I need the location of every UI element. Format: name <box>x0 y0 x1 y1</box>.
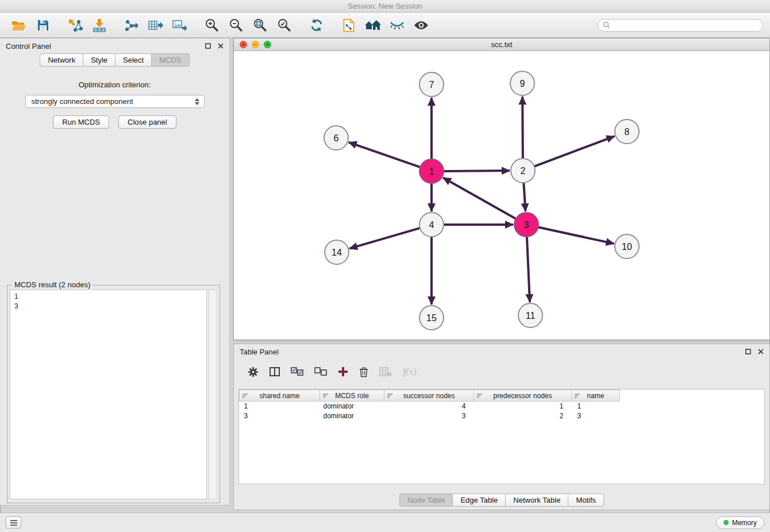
memory-button[interactable]: Memory <box>716 516 764 529</box>
table-panel: Table Panel <box>233 344 770 510</box>
node-8[interactable]: 8 <box>615 119 639 144</box>
edge-3-11[interactable] <box>527 236 530 302</box>
clone-network-button[interactable] <box>337 15 361 36</box>
criterion-dropdown-value: strongly connected component <box>32 97 133 106</box>
task-history-button[interactable] <box>6 516 21 529</box>
edge-1-2[interactable] <box>442 171 510 171</box>
network-window-titlebar[interactable]: scc.txt <box>234 38 769 51</box>
main-toolbar <box>0 13 770 38</box>
table-settings-button[interactable] <box>248 367 259 377</box>
node-2[interactable]: 2 <box>511 159 535 183</box>
first-neighbors-button[interactable] <box>361 15 385 36</box>
select-all-columns-button[interactable] <box>291 367 303 376</box>
save-icon <box>37 20 49 31</box>
edge-1-6[interactable] <box>349 142 421 168</box>
node-table-grid: shared nameMCDS rolesuccessor nodesprede… <box>239 390 620 421</box>
svg-text:14: 14 <box>332 248 342 257</box>
float-panel-icon[interactable] <box>205 43 211 49</box>
node-11[interactable]: 11 <box>518 303 542 327</box>
search-input[interactable] <box>614 21 758 29</box>
plus-icon <box>338 367 348 377</box>
export-table-button[interactable] <box>144 15 168 36</box>
mcds-result-item: 3 <box>14 302 202 311</box>
network-graph[interactable]: 1234678910111415 <box>234 51 769 340</box>
node-6[interactable]: 6 <box>324 126 348 150</box>
criterion-dropdown[interactable]: strongly connected component <box>25 95 205 108</box>
column-header-name[interactable]: name <box>572 390 620 402</box>
control-tab-style[interactable]: Style <box>83 53 116 67</box>
table-tab-node-table[interactable]: Node Table <box>399 494 453 507</box>
result-scrollbar[interactable] <box>209 290 217 499</box>
control-tab-select[interactable]: Select <box>116 53 152 67</box>
memory-label: Memory <box>732 519 757 527</box>
import-table-icon <box>93 18 106 32</box>
table-row[interactable]: 1dominator411 <box>240 402 620 411</box>
edge-4-14[interactable] <box>349 228 421 248</box>
import-table-button[interactable] <box>87 15 111 36</box>
edge-3-10[interactable] <box>537 227 614 244</box>
close-window-icon[interactable] <box>240 41 247 48</box>
save-session-button[interactable] <box>31 15 55 36</box>
node-14[interactable]: 14 <box>325 240 349 264</box>
edge-3-1[interactable] <box>443 178 517 219</box>
edge-2-9[interactable] <box>522 97 523 160</box>
table-cell: 4 <box>384 402 474 411</box>
zoom-in-button[interactable] <box>200 15 224 36</box>
column-header-shared-name[interactable]: shared name <box>240 390 320 402</box>
float-table-panel-icon[interactable] <box>745 349 751 354</box>
control-panel-header: Control Panel <box>0 38 229 53</box>
table-tab-network-table[interactable]: Network Table <box>506 494 568 507</box>
node-9[interactable]: 9 <box>510 71 534 95</box>
column-header-mcds-role[interactable]: MCDS role <box>320 390 384 402</box>
node-15[interactable]: 15 <box>419 306 444 330</box>
open-folder-icon <box>11 20 26 31</box>
run-mcds-button[interactable]: Run MCDS <box>53 115 109 129</box>
node-4[interactable]: 4 <box>419 213 444 237</box>
zoom-selected-button[interactable] <box>272 15 297 36</box>
close-panel-icon[interactable] <box>218 43 224 49</box>
column-header-successor-nodes[interactable]: successor nodes <box>384 390 474 402</box>
svg-text:3: 3 <box>524 220 529 230</box>
window-title: Session: New Session <box>348 2 422 10</box>
export-image-button[interactable] <box>168 15 192 36</box>
delete-table-button[interactable] <box>379 367 392 376</box>
control-tab-mcds[interactable]: MCDS <box>152 53 189 67</box>
edge-2-3[interactable] <box>523 182 525 211</box>
chevron-updown-icon <box>192 98 202 105</box>
show-columns-button[interactable] <box>270 367 280 376</box>
open-file-button[interactable] <box>7 15 31 36</box>
column-header-predecessor-nodes[interactable]: predecessor nodes <box>474 390 572 402</box>
table-tab-motifs[interactable]: Motifs <box>568 494 604 507</box>
eye-icon <box>414 21 429 30</box>
node-1[interactable]: 1 <box>419 159 444 183</box>
import-network-button[interactable] <box>63 15 87 36</box>
import-network-icon <box>68 18 83 32</box>
show-graphics-details-button[interactable] <box>409 15 433 36</box>
zoom-fit-button[interactable] <box>248 15 272 36</box>
close-table-panel-icon[interactable] <box>758 349 764 354</box>
node-10[interactable]: 10 <box>615 234 639 259</box>
table-tab-edge-table[interactable]: Edge Table <box>453 494 506 507</box>
hide-selected-button[interactable] <box>385 15 409 36</box>
apply-layout-button[interactable] <box>305 15 329 36</box>
function-builder-button[interactable]: f(x) <box>403 366 417 377</box>
mcds-panel: Optimization criterion: strongly connect… <box>0 67 229 129</box>
table-toolbar: f(x) <box>234 359 417 384</box>
edge-2-8[interactable] <box>533 136 615 167</box>
export-network-button[interactable] <box>120 15 144 36</box>
minimize-window-icon[interactable] <box>252 41 259 48</box>
unselect-all-columns-button[interactable] <box>314 367 327 376</box>
search-box[interactable] <box>598 19 763 32</box>
node-3[interactable]: 3 <box>514 213 538 237</box>
zoom-out-button[interactable] <box>224 15 248 36</box>
create-column-button[interactable] <box>338 367 348 377</box>
control-tab-network[interactable]: Network <box>40 53 83 67</box>
network-canvas[interactable]: 1234678910111415 <box>234 51 769 340</box>
svg-text:10: 10 <box>622 242 632 252</box>
table-row[interactable]: 3dominator323 <box>240 411 620 421</box>
node-7[interactable]: 7 <box>419 72 444 97</box>
delete-column-button[interactable] <box>359 367 368 377</box>
svg-text:15: 15 <box>426 313 437 323</box>
maximize-window-icon[interactable] <box>264 41 271 48</box>
close-panel-button[interactable]: Close panel <box>118 115 176 129</box>
